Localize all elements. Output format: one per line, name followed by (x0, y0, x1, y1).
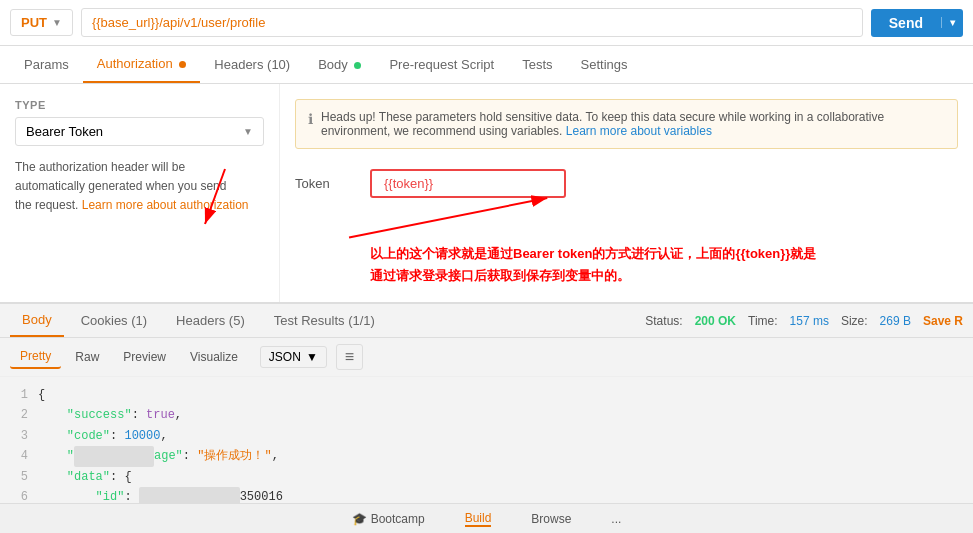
word-wrap-button[interactable]: ≡ (336, 344, 363, 370)
method-dropdown-icon: ▼ (52, 17, 62, 28)
format-visualize[interactable]: Visualize (180, 346, 248, 368)
learn-more-link[interactable]: Learn more about authorization (82, 198, 249, 212)
response-tab-bar: Body Cookies (1) Headers (5) Test Result… (0, 304, 973, 338)
tab-authorization[interactable]: Authorization (83, 46, 201, 83)
tab-tests[interactable]: Tests (508, 47, 566, 82)
code-line-5: 5 "data": { (10, 467, 963, 487)
token-input[interactable] (370, 169, 566, 198)
method-label: PUT (21, 15, 47, 30)
status-code: 200 OK (695, 314, 736, 328)
notice-text: Heads up! These parameters hold sensitiv… (321, 110, 945, 138)
bearer-token-select[interactable]: Bearer Token ▼ (15, 117, 264, 146)
auth-right-panel: ℹ Heads up! These parameters hold sensit… (280, 84, 973, 302)
more-label: ... (611, 512, 621, 526)
send-dropdown-icon: ▾ (941, 17, 963, 28)
response-tab-body[interactable]: Body (10, 304, 64, 337)
type-label: TYPE (15, 99, 264, 111)
size-label: Size: (841, 314, 868, 328)
svg-line-1 (349, 198, 547, 238)
tab-prerequest[interactable]: Pre-request Script (375, 47, 508, 82)
bootcamp-icon: 🎓 (352, 512, 367, 526)
code-line-4: 4 "meage": "操作成功！", (10, 446, 963, 466)
bottom-nav: 🎓 Bootcamp Build Browse ... (0, 503, 973, 533)
tab-headers[interactable]: Headers (10) (200, 47, 304, 82)
token-label: Token (295, 176, 355, 191)
save-response-link[interactable]: Save R (923, 314, 963, 328)
format-preview[interactable]: Preview (113, 346, 176, 368)
bootcamp-nav[interactable]: 🎓 Bootcamp (352, 512, 425, 526)
format-type-select[interactable]: JSON ▼ (260, 346, 327, 368)
tab-params[interactable]: Params (10, 47, 83, 82)
chinese-annotation: 以上的这个请求就是通过Bearer token的方式进行认证，上面的{{toke… (370, 243, 963, 287)
more-nav[interactable]: ... (611, 512, 621, 526)
response-body-code: 1 { 2 "success": true, 3 "code": 10000, … (0, 377, 973, 515)
url-bar: PUT ▼ Send ▾ (0, 0, 973, 46)
auth-left-panel: TYPE Bearer Token ▼ The authorization he… (0, 84, 280, 302)
body-dot (354, 62, 361, 69)
send-label: Send (871, 15, 941, 31)
status-label: Status: (645, 314, 682, 328)
main-content: TYPE Bearer Token ▼ The authorization he… (0, 84, 973, 304)
method-select[interactable]: PUT ▼ (10, 9, 73, 36)
response-tab-cookies[interactable]: Cookies (1) (69, 305, 159, 336)
size-value: 269 B (880, 314, 911, 328)
url-input[interactable] (81, 8, 863, 37)
build-label: Build (465, 511, 492, 525)
response-tab-test-results[interactable]: Test Results (1/1) (262, 305, 387, 336)
notice-link[interactable]: Learn more about variables (566, 124, 712, 138)
build-nav[interactable]: Build (465, 511, 492, 527)
info-icon: ℹ (308, 111, 313, 127)
authorization-dot (179, 61, 186, 68)
send-button[interactable]: Send ▾ (871, 9, 963, 37)
format-type-label: JSON (269, 350, 301, 364)
tab-body[interactable]: Body (304, 47, 375, 82)
browse-label: Browse (531, 512, 571, 526)
tab-settings[interactable]: Settings (567, 47, 642, 82)
bearer-token-label: Bearer Token (26, 124, 103, 139)
auth-description: The authorization header will be automat… (15, 158, 264, 216)
format-raw[interactable]: Raw (65, 346, 109, 368)
token-input-wrapper (370, 169, 958, 198)
time-label: Time: (748, 314, 778, 328)
code-line-3: 3 "code": 10000, (10, 426, 963, 446)
time-value: 157 ms (790, 314, 829, 328)
token-row: Token (295, 169, 958, 198)
code-line-1: 1 { (10, 385, 963, 405)
format-pretty[interactable]: Pretty (10, 345, 61, 369)
bearer-dropdown-icon: ▼ (243, 126, 253, 137)
code-line-2: 2 "success": true, (10, 405, 963, 425)
browse-nav[interactable]: Browse (531, 512, 571, 526)
format-select-arrow: ▼ (306, 350, 318, 364)
bootcamp-label: Bootcamp (371, 512, 425, 526)
response-tab-headers[interactable]: Headers (5) (164, 305, 257, 336)
format-bar: Pretty Raw Preview Visualize JSON ▼ ≡ (0, 338, 973, 377)
notice-box: ℹ Heads up! These parameters hold sensit… (295, 99, 958, 149)
tab-bar: Params Authorization Headers (10) Body P… (0, 46, 973, 84)
status-bar: Status: 200 OK Time: 157 ms Size: 269 B … (645, 314, 963, 328)
